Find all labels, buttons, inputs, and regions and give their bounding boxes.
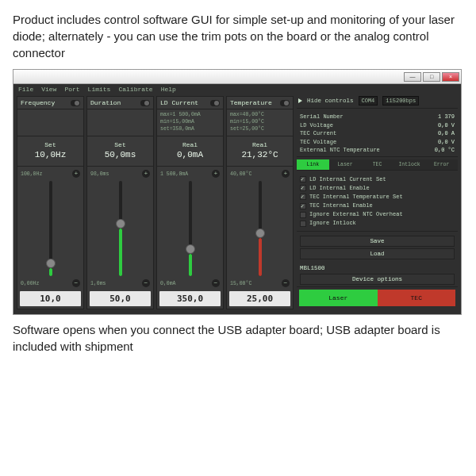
checkbox-row[interactable]: LD Internal Current Set bbox=[300, 175, 455, 184]
checkbox-label: TEC Internal Enable bbox=[309, 202, 373, 210]
checkbox-label: LD Internal Current Set bbox=[309, 175, 386, 184]
window-titlebar: — □ × bbox=[13, 70, 461, 84]
channel-min-label: 15,00°C bbox=[230, 281, 251, 286]
minus-button[interactable]: − bbox=[212, 279, 220, 287]
stat-row: TEC Voltage0,0 V bbox=[300, 138, 455, 147]
checkbox-icon[interactable] bbox=[300, 203, 306, 209]
baud-select[interactable]: 115200bps bbox=[382, 96, 419, 106]
menu-file[interactable]: File bbox=[18, 86, 33, 93]
plus-button[interactable]: + bbox=[72, 170, 80, 178]
channel-toggle[interactable] bbox=[71, 100, 80, 106]
status-link: Link bbox=[297, 159, 329, 170]
channel-value-input[interactable]: 25,00 bbox=[229, 291, 290, 306]
channel-toggle[interactable] bbox=[140, 100, 150, 106]
checkbox-label: TEC Internal Temperature Set bbox=[309, 193, 403, 202]
channel-big-label: Set bbox=[89, 141, 152, 148]
window-maximize-button[interactable]: □ bbox=[423, 72, 440, 82]
hide-controls-label[interactable]: Hide controls bbox=[307, 98, 354, 104]
channel-min-label: 0,0mA bbox=[160, 281, 176, 286]
channel-info: max=1 500,0mAmin=15,00mAset=350,0mA bbox=[157, 109, 223, 136]
channel-slider[interactable] bbox=[259, 181, 262, 276]
channel-value-input[interactable]: 10,0 bbox=[20, 291, 81, 306]
outro-text: Software opens when you connect the USB … bbox=[13, 321, 463, 355]
channel-2: LD Currentmax=1 500,0mAmin=15,00mAset=35… bbox=[156, 96, 224, 309]
device-options-button[interactable]: Device options bbox=[300, 274, 455, 285]
channel-slider[interactable] bbox=[189, 181, 192, 276]
channel-min-label: 0,00Hz bbox=[21, 281, 39, 286]
channel-big-value: 10,0Hz bbox=[19, 150, 82, 159]
menu-bar: File View Port Limits Calibrate Help bbox=[13, 84, 461, 94]
checkbox-row[interactable]: TEC Internal Enable bbox=[300, 202, 455, 210]
window-close-button[interactable]: × bbox=[442, 72, 459, 82]
side-panel: Hide controls COM4 115200bps Serial Numb… bbox=[297, 96, 458, 309]
save-button[interactable]: Save bbox=[300, 236, 455, 247]
checkbox-row[interactable]: TEC Internal Temperature Set bbox=[300, 193, 455, 202]
channel-max-label: 100,0Hz bbox=[21, 171, 42, 177]
status-error: Error bbox=[425, 159, 458, 170]
channel-max-label: 98,0ms bbox=[90, 171, 109, 177]
app-window: — □ × File View Port Limits Calibrate He… bbox=[13, 69, 462, 315]
stat-row: External NTC Temperature0,0 °C bbox=[300, 146, 455, 155]
channel-slider[interactable] bbox=[119, 181, 122, 276]
play-icon bbox=[298, 98, 302, 103]
channel-big-label: Set bbox=[19, 141, 82, 148]
checkbox-icon[interactable] bbox=[300, 194, 306, 200]
channel-info: max=40,00°Cmin=15,00°Cset=25,00°C bbox=[227, 109, 293, 136]
tec-button[interactable]: TEC bbox=[378, 290, 456, 306]
port-select[interactable]: COM4 bbox=[359, 96, 378, 106]
channel-toggle[interactable] bbox=[280, 100, 290, 106]
plus-button[interactable]: + bbox=[142, 170, 150, 178]
menu-view[interactable]: View bbox=[41, 86, 56, 93]
laser-button[interactable]: Laser bbox=[299, 290, 378, 306]
checkbox-icon[interactable] bbox=[300, 176, 306, 182]
menu-calibrate[interactable]: Calibrate bbox=[118, 86, 152, 93]
channel-min-label: 1,0ms bbox=[90, 281, 106, 286]
channel-title: Duration bbox=[90, 99, 121, 106]
checkbox-icon[interactable] bbox=[300, 221, 306, 227]
checkbox-label: LD Internal Enable bbox=[309, 184, 370, 193]
checkbox-row[interactable]: LD Internal Enable bbox=[300, 184, 455, 193]
menu-limits[interactable]: Limits bbox=[88, 86, 111, 93]
channel-3: Temperaturemax=40,00°Cmin=15,00°Cset=25,… bbox=[226, 96, 294, 309]
menu-help[interactable]: Help bbox=[161, 86, 176, 93]
channel-info bbox=[87, 109, 153, 136]
channel-value-input[interactable]: 350,0 bbox=[159, 291, 221, 306]
checkbox-row[interactable]: Ignore External NTC Overheat bbox=[300, 210, 455, 219]
checkbox-panel: LD Internal Current SetLD Internal Enabl… bbox=[297, 173, 458, 232]
checkbox-icon[interactable] bbox=[300, 185, 306, 191]
checkbox-icon[interactable] bbox=[300, 212, 306, 218]
menu-port[interactable]: Port bbox=[64, 86, 79, 93]
channel-title: Frequency bbox=[21, 99, 55, 106]
channel-big-value: 21,32°C bbox=[228, 150, 291, 159]
stat-row: TEC Current0,0 A bbox=[300, 129, 455, 138]
status-intlock: Intlock bbox=[393, 159, 426, 170]
intro-text: Product includes control software GUI fo… bbox=[13, 11, 463, 61]
channel-1: DurationSet50,0ms98,0ms+1,0ms−50,0 bbox=[86, 96, 154, 309]
checkbox-label: Ignore External NTC Overheat bbox=[309, 210, 403, 219]
status-tec: TEC bbox=[361, 159, 393, 170]
channel-info bbox=[17, 109, 83, 136]
channel-big-value: 0,0mA bbox=[159, 150, 221, 159]
channel-value-input[interactable]: 50,0 bbox=[90, 291, 151, 306]
channel-max-label: 1 500,0mA bbox=[160, 171, 188, 177]
checkbox-row[interactable]: Ignore Intlock bbox=[300, 219, 455, 228]
status-laser: Laser bbox=[329, 159, 362, 170]
plus-button[interactable]: + bbox=[212, 170, 220, 178]
plus-button[interactable]: + bbox=[282, 170, 290, 178]
stats-panel: Serial Number1 379 LD Voltage0,0 VTEC Cu… bbox=[297, 111, 458, 157]
channel-slider[interactable] bbox=[49, 181, 52, 276]
minus-button[interactable]: − bbox=[282, 279, 290, 287]
channel-title: LD Current bbox=[160, 99, 198, 106]
window-minimize-button[interactable]: — bbox=[404, 72, 421, 82]
checkbox-label: Ignore Intlock bbox=[309, 219, 356, 228]
stat-row: Serial Number1 379 bbox=[300, 113, 455, 121]
channel-toggle[interactable] bbox=[210, 100, 220, 106]
channel-max-label: 40,00°C bbox=[230, 171, 251, 177]
channel-big-label: Real bbox=[159, 141, 221, 148]
channel-big-label: Real bbox=[228, 141, 291, 148]
stat-row: LD Voltage0,0 V bbox=[300, 121, 455, 130]
minus-button[interactable]: − bbox=[142, 279, 150, 287]
status-lights: LinkLaserTECIntlockError bbox=[297, 159, 458, 171]
load-button[interactable]: Load bbox=[300, 248, 455, 259]
minus-button[interactable]: − bbox=[72, 279, 80, 287]
